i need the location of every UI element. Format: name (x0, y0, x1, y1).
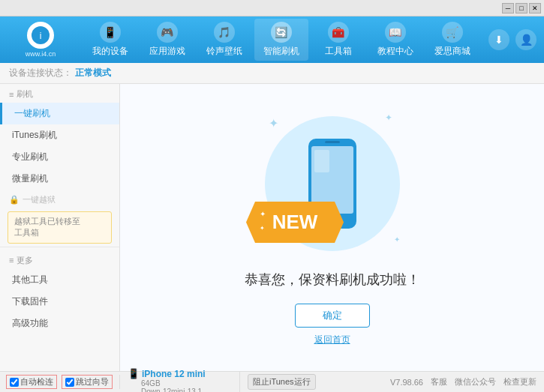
logo-area: i www.i4.cn (8, 22, 74, 58)
skip-wizard-checkbox-label[interactable]: 跳过向导 (62, 375, 113, 389)
nav-item-toolbox[interactable]: 🧰 工具箱 (311, 19, 365, 61)
bottom-bar: 自动检连 跳过向导 📱 iPhone 12 mini 64GB Down-12m… (0, 371, 544, 392)
device-info-bottom: 📱 iPhone 12 mini 64GB Down-12mini-13,1 (120, 372, 240, 392)
success-illustration: ✦ ✦ ✦ (257, 109, 407, 259)
nav-item-shop[interactable]: 🛒 爱思商城 (425, 19, 479, 61)
user-button[interactable]: 👤 (515, 29, 536, 50)
nav-icon-app-game: 🎮 (157, 22, 178, 43)
sparkle-2: ✦ (385, 112, 392, 123)
device-name: iPhone 12 mini (142, 369, 206, 379)
bottom-right-links: V7.98.66 客服 微信公众号 检查更新 (390, 376, 544, 388)
nav-item-ringtone[interactable]: 🎵 铃声壁纸 (197, 19, 251, 61)
auto-connect-checkbox-label[interactable]: 自动检连 (6, 375, 57, 389)
sidebar-section-flash: ≡ 刷机 (0, 84, 119, 103)
nav-item-my-device[interactable]: 📱 我的设备 (83, 19, 137, 61)
section-icon-flash: ≡ (9, 90, 14, 99)
sidebar-divider (0, 247, 119, 247)
svg-rect-5 (325, 141, 340, 143)
logo-subtitle: www.i4.cn (26, 50, 56, 58)
device-storage: 64GB (128, 379, 239, 388)
sparkle-1: ✦ (269, 116, 278, 130)
sidebar-item-advanced[interactable]: 高级功能 (0, 313, 119, 334)
status-bar: 设备连接状态： 正常模式 (0, 63, 544, 84)
nav-item-smart-flash[interactable]: 🔄 智能刷机 (254, 19, 308, 61)
svg-text:NEW: NEW (272, 211, 317, 233)
jailbreak-warning-box: 越狱工具已转移至 工具箱 (8, 211, 112, 244)
success-title: 恭喜您，保资料刷机成功啦！ (245, 271, 420, 289)
status-value: 正常模式 (75, 67, 111, 79)
close-button[interactable]: ✕ (529, 3, 541, 13)
main-content: ✦ ✦ ✦ (120, 84, 544, 371)
nav-item-app-game[interactable]: 🎮 应用游戏 (140, 19, 194, 61)
nav-icon-tutorial: 📖 (385, 22, 406, 43)
main-layout: ≡ 刷机 一键刷机 iTunes刷机 专业刷机 微量刷机 🔒 一键越狱 越狱工具… (0, 84, 544, 371)
download-button[interactable]: ⬇ (488, 29, 509, 50)
svg-rect-6 (314, 150, 329, 172)
sidebar: ≡ 刷机 一键刷机 iTunes刷机 专业刷机 微量刷机 🔒 一键越狱 越狱工具… (0, 84, 120, 371)
nav-icon-my-device: 📱 (100, 22, 121, 43)
nav-icon-ringtone: 🎵 (214, 22, 235, 43)
top-nav: i www.i4.cn 📱 我的设备 🎮 应用游戏 🎵 铃声壁纸 🔄 智能刷机 … (0, 16, 544, 63)
wechat-link[interactable]: 微信公众号 (455, 376, 496, 388)
status-label: 设备连接状态： (9, 67, 72, 79)
return-link[interactable]: 返回首页 (314, 334, 350, 346)
bottom-left-checkboxes: 自动检连 跳过向导 (0, 375, 120, 389)
sidebar-item-other-tools[interactable]: 其他工具 (0, 269, 119, 291)
new-badge-svg: ✦ ✦ NEW (246, 202, 344, 243)
sidebar-section-jailbreak: 🔒 一键越狱 (0, 190, 119, 208)
confirm-button[interactable]: 确定 (295, 304, 370, 328)
maximize-button[interactable]: □ (515, 3, 527, 13)
svg-text:✦: ✦ (260, 225, 265, 232)
device-phone-icon: 📱 (128, 368, 140, 379)
minimize-button[interactable]: ─ (502, 3, 514, 13)
svg-text:i: i (40, 31, 42, 41)
itunes-button[interactable]: 阻止iTunes运行 (248, 374, 316, 390)
nav-right: ⬇ 👤 (488, 29, 536, 50)
nav-icon-toolbox: 🧰 (328, 22, 349, 43)
sidebar-section-more: ≡ 更多 (0, 250, 119, 269)
sidebar-item-one-key-flash[interactable]: 一键刷机 (0, 103, 119, 124)
sparkle-3: ✦ (394, 235, 400, 244)
sidebar-item-itunes-flash[interactable]: iTunes刷机 (0, 124, 119, 146)
svg-text:✦: ✦ (260, 210, 266, 218)
title-bar: ─ □ ✕ (0, 0, 544, 16)
itunes-btn-area: 阻止iTunes运行 (240, 373, 323, 391)
auto-connect-checkbox[interactable] (10, 378, 19, 387)
nav-item-tutorial[interactable]: 📖 教程中心 (368, 19, 422, 61)
lock-icon: 🔒 (9, 195, 20, 205)
sidebar-item-micro-flash[interactable]: 微量刷机 (0, 168, 119, 190)
new-badge-container: ✦ ✦ NEW (246, 202, 344, 245)
logo-circle[interactable]: i (27, 22, 54, 49)
nav-icon-shop: 🛒 (442, 22, 463, 43)
check-update-link[interactable]: 检查更新 (503, 376, 536, 388)
device-model: Down-12mini-13,1 (128, 388, 239, 392)
skip-wizard-checkbox[interactable] (65, 378, 74, 387)
section-icon-more: ≡ (9, 256, 14, 265)
sidebar-item-pro-flash[interactable]: 专业刷机 (0, 146, 119, 168)
nav-items: 📱 我的设备 🎮 应用游戏 🎵 铃声壁纸 🔄 智能刷机 🧰 工具箱 📖 教程中心… (74, 19, 488, 61)
customer-service-link[interactable]: 客服 (431, 376, 447, 388)
version-label: V7.98.66 (390, 378, 423, 387)
nav-icon-smart-flash: 🔄 (271, 22, 292, 43)
sidebar-item-download-firmware[interactable]: 下载固件 (0, 291, 119, 313)
